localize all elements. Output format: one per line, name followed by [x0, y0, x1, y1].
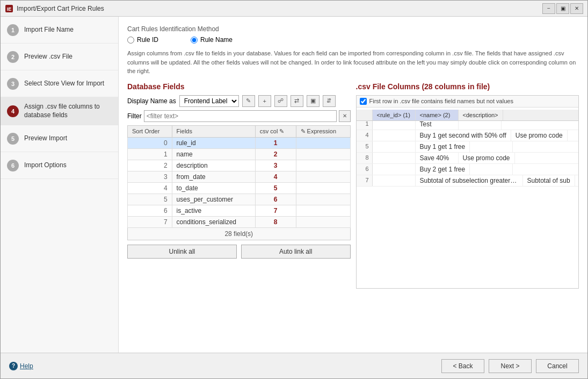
sidebar: 1 Import File Name 2 Preview .csv File 3…: [1, 17, 119, 353]
sidebar-label-6: Import Options: [24, 161, 67, 170]
close-button[interactable]: ✕: [570, 3, 583, 14]
footer: ? Help < Back Next > Cancel: [1, 353, 587, 378]
table-row[interactable]: 2 description 3: [128, 160, 351, 171]
info-text: Assign columns from .csv file to fields …: [127, 49, 579, 76]
sort-order-cell: 6: [128, 205, 172, 216]
csv-row-num: 5: [357, 141, 373, 152]
content-area: 1 Import File Name 2 Preview .csv File 3…: [1, 17, 587, 353]
field-name-cell: from_date: [172, 171, 255, 182]
sidebar-label-2: Preview .csv File: [24, 53, 72, 61]
csv-cell-name: Buy 1 get 1 free: [416, 141, 470, 152]
radio-row: Rule ID Rule Name: [127, 36, 579, 44]
link-button[interactable]: ☍: [274, 95, 287, 107]
expr-cell: [296, 171, 350, 182]
sort-order-cell: 7: [128, 216, 172, 227]
sort-order-cell: 1: [128, 148, 172, 160]
unlink-all-button[interactable]: Unlink all: [127, 245, 237, 259]
csv-cell-description: [470, 164, 513, 175]
table-row[interactable]: 6 is_active 7: [128, 205, 351, 216]
expr-cell: [296, 148, 350, 160]
fields-table: Sort Order Fields csv col ✎ ✎ Expression…: [127, 125, 351, 228]
filter-clear-button[interactable]: ✕: [339, 110, 351, 122]
app-icon: IE: [5, 4, 13, 13]
unlink-button[interactable]: ⇄: [291, 95, 303, 107]
csv-panel-title: .csv File Columns (28 columns in file): [356, 82, 579, 91]
sidebar-label-1: Import File Name: [24, 26, 74, 34]
csv-cell-rule-id: [373, 130, 416, 141]
sidebar-num-2: 2: [7, 51, 19, 63]
filter-input[interactable]: [144, 110, 337, 122]
csv-header-description[interactable]: <description>: [459, 110, 503, 120]
field-name-cell: to_date: [172, 182, 255, 194]
help-link[interactable]: ? Help: [9, 362, 33, 370]
sort-button[interactable]: ⇵: [323, 95, 336, 107]
table-row[interactable]: 3 from_date 4: [128, 171, 351, 182]
csv-cell-rule-id: [373, 164, 416, 175]
help-label: Help: [20, 362, 33, 370]
table-row[interactable]: 4 to_date 5: [128, 182, 351, 194]
sidebar-item-5[interactable]: 5 Preview Import: [1, 125, 118, 152]
csv-cell-description: [470, 141, 513, 152]
edit-button[interactable]: ✎: [242, 95, 255, 107]
copy-button[interactable]: ▣: [307, 95, 320, 107]
maximize-button[interactable]: ▣: [556, 3, 569, 14]
sidebar-label-3: Select Store View for Import: [24, 80, 104, 88]
csv-panel-inner: First row in .csv file contains field na…: [356, 95, 579, 289]
sidebar-item-4[interactable]: 4 Assign .csv file columns to database f…: [1, 97, 118, 125]
table-row[interactable]: 7 conditions_serialized 8: [128, 216, 351, 227]
next-button[interactable]: Next >: [489, 359, 532, 373]
table-row[interactable]: 1 name 2: [128, 148, 351, 160]
csv-header-rule-id[interactable]: <rule_id> (1): [373, 110, 416, 120]
sidebar-item-1[interactable]: 1 Import File Name: [1, 17, 118, 44]
csv-data-row[interactable]: 5 Buy 1 get 1 free: [357, 141, 579, 153]
display-name-row: Display Name as Frontend Label Attribute…: [127, 95, 351, 107]
window-title: Import/Export Cart Price Rules: [17, 5, 542, 12]
csv-col-cell: 4: [255, 171, 296, 182]
filter-row: Filter ✕: [127, 110, 351, 122]
expr-cell: [296, 216, 350, 227]
radio-rule-id-label: Rule ID: [137, 36, 158, 44]
sidebar-num-5: 5: [7, 133, 19, 145]
radio-rule-id-input[interactable]: [127, 37, 134, 44]
display-name-select[interactable]: Frontend Label Attribute Code: [179, 95, 239, 107]
radio-rule-name[interactable]: Rule Name: [191, 36, 233, 44]
csv-row-num: 4: [357, 130, 373, 141]
radio-rule-id[interactable]: Rule ID: [127, 36, 158, 44]
sort-order-cell: 2: [128, 160, 172, 171]
th-fields: Fields: [172, 125, 255, 137]
csv-data-row[interactable]: 6 Buy 2 get 1 free: [357, 164, 579, 175]
csv-data-row[interactable]: 8 Save 40% Use promo code: [357, 153, 579, 164]
csv-col-cell: 5: [255, 182, 296, 194]
db-fields-title: Database Fields: [127, 82, 351, 91]
sidebar-item-6[interactable]: 6 Import Options: [1, 152, 118, 179]
csv-cell-rule-id: [373, 141, 416, 152]
main-panel: Cart Rules Identification Method Rule ID…: [119, 17, 587, 353]
csv-header-name[interactable]: <name> (2): [416, 110, 459, 120]
filter-label: Filter: [127, 112, 142, 120]
expr-cell: [296, 160, 350, 171]
csv-cell-name: Buy 1 get second with 50% off: [416, 130, 511, 141]
window-controls: − ▣ ✕: [542, 3, 583, 14]
sidebar-item-3[interactable]: 3 Select Store View for Import: [1, 70, 118, 97]
id-method-section: Cart Rules Identification Method Rule ID…: [127, 25, 579, 44]
minimize-button[interactable]: −: [542, 3, 555, 14]
csv-data-row[interactable]: 7 Subtotal of subselection greater than …: [357, 175, 579, 187]
cancel-button[interactable]: Cancel: [536, 359, 579, 373]
sidebar-item-2[interactable]: 2 Preview .csv File: [1, 44, 118, 70]
th-csv-col: csv col ✎: [255, 125, 296, 137]
csv-cell-name: Buy 2 get 1 free: [416, 164, 470, 175]
back-button[interactable]: < Back: [441, 359, 484, 373]
table-row[interactable]: 0 rule_id 1: [128, 137, 351, 148]
svg-text:IE: IE: [7, 6, 12, 12]
add-button[interactable]: +: [258, 95, 271, 107]
first-row-checkbox[interactable]: [360, 98, 367, 105]
csv-data-row[interactable]: 4 Buy 1 get second with 50% off Use prom…: [357, 130, 579, 141]
auto-link-all-button[interactable]: Auto link all: [241, 245, 351, 259]
expr-cell: [296, 182, 350, 194]
db-fields-panel: Database Fields Display Name as Frontend…: [127, 82, 351, 289]
sidebar-num-1: 1: [7, 24, 19, 36]
radio-rule-name-input[interactable]: [191, 37, 198, 44]
table-row[interactable]: 5 uses_per_customer 6: [128, 194, 351, 205]
columns-area: Database Fields Display Name as Frontend…: [127, 82, 579, 289]
field-name-cell: name: [172, 148, 255, 160]
